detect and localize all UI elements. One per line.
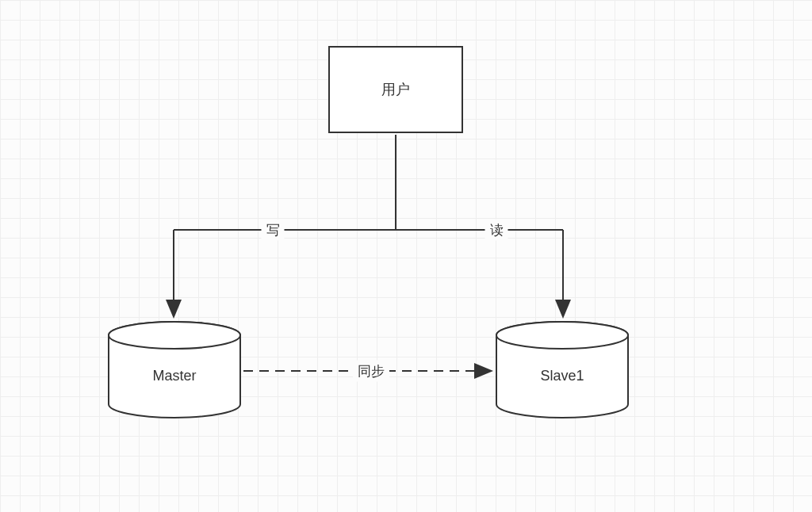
svg-point-3 <box>496 322 628 349</box>
user-node: 用户 <box>328 46 463 133</box>
slave-node-label: Slave1 <box>540 368 584 384</box>
architecture-diagram: 用户 Master Slave1 写 读 同步 <box>0 0 812 512</box>
edge-sync-label: 同步 <box>353 361 389 382</box>
master-node-label: Master <box>152 368 196 384</box>
edge-read-label: 读 <box>485 220 508 241</box>
user-node-label: 用户 <box>381 80 410 99</box>
edge-write-label: 写 <box>262 220 285 241</box>
slave-node: Slave1 <box>495 321 630 418</box>
master-node: Master <box>107 321 242 418</box>
svg-point-1 <box>109 322 240 349</box>
